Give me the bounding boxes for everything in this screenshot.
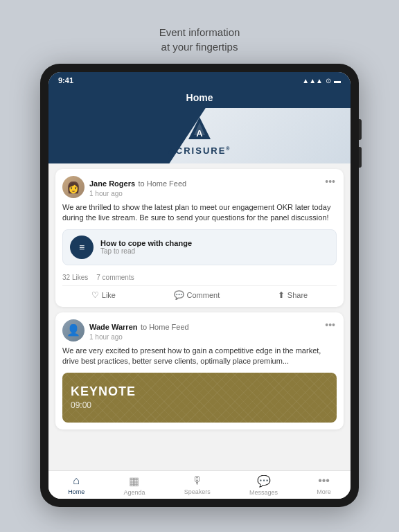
feed-content: 👩 Jane Rogers to Home Feed 1 hour ago ••… [48, 163, 351, 470]
svg-text:A: A [196, 128, 203, 139]
keynote-label: KEYNOTE [71, 384, 136, 399]
side-button-top [359, 119, 362, 140]
status-bar: 9:41 ▲▲▲ ⊙ ▬ [48, 72, 351, 89]
post-header-1: 👩 Jane Rogers to Home Feed 1 hour ago ••… [62, 176, 337, 198]
post-destination-2: to Home Feed [141, 323, 189, 331]
keynote-text: KEYNOTE 09:00 [71, 384, 136, 410]
post-time-1: 1 hour ago [89, 190, 186, 197]
post-destination-1: to Home Feed [138, 179, 186, 188]
post-author-1: Jane Rogers [89, 179, 135, 188]
tagline-line1: Event information [159, 26, 240, 38]
like-label-1: Like [102, 291, 116, 299]
hero-area: A ACRISURE® [48, 108, 351, 163]
share-icon: ⬆ [278, 290, 285, 300]
side-button-bottom [359, 147, 362, 168]
post-author-info-2: 👤 Wade Warren to Home Feed 1 hour ago [62, 319, 189, 342]
tab-more[interactable]: ••• More [317, 475, 331, 496]
heart-icon: ♡ [91, 290, 99, 300]
comment-icon: 💬 [174, 290, 184, 300]
post-body-2: We are very excited to present how to ga… [62, 346, 337, 367]
post-author-info-1: 👩 Jane Rogers to Home Feed 1 hour ago [62, 176, 186, 198]
hero-logo: A ACRISURE® [168, 116, 231, 156]
tab-messages-label: Messages [249, 489, 278, 496]
avatar-wade: 👤 [62, 319, 85, 342]
post-card-2: 👤 Wade Warren to Home Feed 1 hour ago ••… [55, 312, 344, 429]
status-time: 9:41 [58, 76, 73, 85]
document-card[interactable]: ≡ How to cope with change Tap to read [62, 229, 337, 265]
tab-home[interactable]: ⌂ Home [68, 475, 85, 496]
post-more-1[interactable]: ••• [323, 176, 337, 187]
nav-bar: Home [48, 89, 351, 108]
messages-icon: 💬 [257, 475, 271, 488]
acrisure-logo-triangle: A [187, 116, 212, 141]
tab-speakers[interactable]: 🎙 Speakers [184, 475, 211, 496]
like-button-1[interactable]: ♡ Like [91, 290, 116, 300]
share-button-1[interactable]: ⬆ Share [278, 290, 308, 300]
keynote-card[interactable]: KEYNOTE 09:00 [62, 373, 337, 423]
comment-label-1: Comment [187, 291, 220, 299]
keynote-time: 09:00 [71, 400, 136, 410]
tab-agenda[interactable]: ▦ Agenda [123, 475, 145, 496]
nav-title: Home [186, 92, 213, 103]
doc-title: How to cope with change [100, 239, 192, 247]
post-body-1: We are thrilled to show the latest plan … [62, 202, 337, 224]
post-actions-1: ♡ Like 💬 Comment ⬆ Share [62, 290, 337, 300]
post-header-2: 👤 Wade Warren to Home Feed 1 hour ago ••… [62, 319, 337, 342]
signal-icon: ▲▲▲ [302, 77, 323, 85]
home-icon: ⌂ [73, 475, 80, 487]
post-time-2: 1 hour ago [89, 333, 189, 341]
post-stats-1: 32 Likes 7 comments [62, 271, 337, 286]
tagline-line2: at your fingertips [161, 41, 238, 53]
tab-messages[interactable]: 💬 Messages [249, 475, 278, 496]
status-icons: ▲▲▲ ⊙ ▬ [302, 77, 341, 85]
tab-speakers-label: Speakers [184, 488, 211, 495]
post-author-2: Wade Warren [89, 323, 137, 331]
logo-text: ACRISURE® [168, 145, 231, 156]
comment-button-1[interactable]: 💬 Comment [174, 290, 220, 300]
tablet-frame: 9:41 ▲▲▲ ⊙ ▬ Home A [40, 64, 359, 507]
wifi-icon: ⊙ [326, 77, 331, 85]
post-more-2[interactable]: ••• [323, 319, 337, 330]
tab-home-label: Home [68, 488, 85, 495]
post-comments-1: 7 comments [96, 274, 134, 281]
tagline: Event information at your fingertips [159, 25, 240, 54]
battery-icon: ▬ [334, 77, 341, 85]
more-icon: ••• [318, 475, 330, 487]
share-label-1: Share [287, 291, 308, 299]
post-likes-1: 32 Likes [62, 274, 88, 281]
agenda-icon: ▦ [129, 475, 139, 488]
doc-subtitle: Tap to read [100, 247, 192, 255]
avatar-jane: 👩 [62, 176, 85, 198]
tab-agenda-label: Agenda [123, 489, 145, 496]
speakers-icon: 🎙 [192, 475, 203, 487]
tab-bar: ⌂ Home ▦ Agenda 🎙 Speakers 💬 Messages ••… [48, 470, 351, 499]
tablet-screen: 9:41 ▲▲▲ ⊙ ▬ Home A [48, 72, 351, 499]
tab-more-label: More [317, 488, 331, 495]
post-card-1: 👩 Jane Rogers to Home Feed 1 hour ago ••… [55, 169, 344, 307]
doc-icon: ≡ [70, 236, 94, 259]
